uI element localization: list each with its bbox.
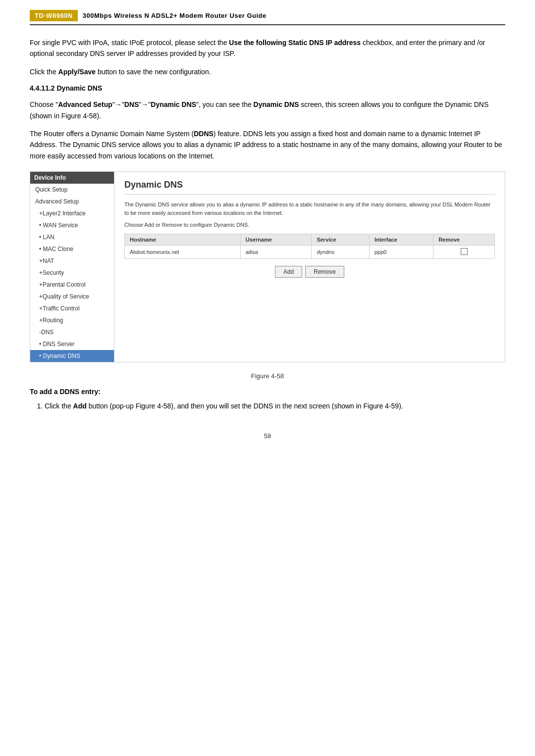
remove-button[interactable]: Remove bbox=[305, 266, 344, 278]
section-heading: 4.4.11.2 Dynamic DNS bbox=[30, 84, 505, 92]
desc-bold3: Dynamic DNS bbox=[151, 101, 196, 108]
sidebar-item-lan[interactable]: • LAN bbox=[30, 231, 114, 243]
step-1: Click the Add button (pop-up Figure 4-58… bbox=[45, 401, 505, 412]
step1-bold: Add bbox=[73, 402, 87, 410]
figure-container: Device Info Quick Setup Advanced Setup +… bbox=[30, 171, 505, 362]
cell-hostname: Alsbot.homeunix.net bbox=[125, 246, 241, 259]
header-bar: TD-W8960N 300Mbps Wireless N ADSL2+ Mode… bbox=[30, 10, 505, 25]
sidebar-item-mac-clone[interactable]: • MAC Clone bbox=[30, 243, 114, 255]
col-username: Username bbox=[240, 234, 312, 246]
to-add-heading: To add a DDNS entry: bbox=[30, 388, 505, 396]
ddns-bold: DDNS bbox=[194, 130, 214, 138]
cell-username: ailisa bbox=[240, 246, 312, 259]
sidebar-item-dynamic-dns[interactable]: • Dynamic DNS bbox=[30, 350, 114, 362]
intro-bold2: Apply/Save bbox=[58, 68, 96, 76]
figure-caption: Figure 4-58 bbox=[30, 372, 505, 380]
col-service: Service bbox=[312, 234, 370, 246]
sidebar-item-wan-service[interactable]: • WAN Service bbox=[30, 219, 114, 231]
cell-interface: ppp0 bbox=[369, 246, 433, 259]
sidebar-item-routing[interactable]: +Routing bbox=[30, 314, 114, 326]
sidebar-item-dns[interactable]: -DNS bbox=[30, 326, 114, 338]
sidebar-item-parental-control[interactable]: +Parental Control bbox=[30, 279, 114, 291]
intro-para1: For single PVC with IPoA, static IPoE pr… bbox=[30, 37, 505, 59]
desc-bold2: DNS bbox=[124, 101, 139, 108]
sidebar-item-traffic-control[interactable]: +Traffic Control bbox=[30, 302, 114, 314]
add-button[interactable]: Add bbox=[275, 266, 302, 278]
desc-bold4: Dynamic DNS bbox=[254, 101, 299, 108]
sidebar-item-device-info[interactable]: Device Info bbox=[30, 172, 114, 184]
page-number: 58 bbox=[30, 432, 505, 440]
panel-instruction: Choose Add or Remove to configure Dynami… bbox=[124, 222, 495, 228]
sidebar-item-nat[interactable]: +NAT bbox=[30, 255, 114, 267]
col-remove: Remove bbox=[433, 234, 495, 246]
col-hostname: Hostname bbox=[125, 234, 241, 246]
sidebar-item-quick-setup[interactable]: Quick Setup bbox=[30, 184, 114, 196]
main-panel: Dynamic DNS The Dynamic DNS service allo… bbox=[114, 172, 505, 362]
col-interface: Interface bbox=[369, 234, 433, 246]
header-model: TD-W8960N bbox=[30, 10, 78, 21]
sidebar-item-dns-server[interactable]: • DNS Server bbox=[30, 338, 114, 350]
desc-para2: The Router offers a Dynamic Domain Name … bbox=[30, 128, 505, 161]
desc-para1: Choose "Advanced Setup"→"DNS"→"Dynamic D… bbox=[30, 99, 505, 121]
cell-remove[interactable] bbox=[433, 246, 495, 259]
panel-title: Dynamic DNS bbox=[124, 180, 495, 195]
dns-table: Hostname Username Service Interface Remo… bbox=[124, 234, 495, 259]
steps-list: Click the Add button (pop-up Figure 4-58… bbox=[45, 401, 505, 412]
sidebar-item-layer2[interactable]: +Layer2 Interface bbox=[30, 207, 114, 219]
intro-bold1: Use the following Static DNS IP address bbox=[229, 39, 361, 47]
sidebar: Device Info Quick Setup Advanced Setup +… bbox=[30, 172, 114, 362]
button-row: Add Remove bbox=[124, 266, 495, 278]
table-row: Alsbot.homeunix.net ailisa dyndns ppp0 bbox=[125, 246, 495, 259]
remove-checkbox[interactable] bbox=[461, 248, 468, 255]
sidebar-item-security[interactable]: +Security bbox=[30, 267, 114, 279]
header-title: 300Mbps Wireless N ADSL2+ Modem Router U… bbox=[78, 10, 271, 21]
cell-service: dyndns bbox=[312, 246, 370, 259]
sidebar-item-advanced-setup[interactable]: Advanced Setup bbox=[30, 196, 114, 207]
panel-description: The Dynamic DNS service allows you to al… bbox=[124, 201, 495, 217]
sidebar-item-qos[interactable]: +Quality of Service bbox=[30, 291, 114, 302]
intro-para2: Click the Apply/Save button to save the … bbox=[30, 66, 505, 77]
desc-bold1: Advanced Setup bbox=[58, 101, 112, 108]
